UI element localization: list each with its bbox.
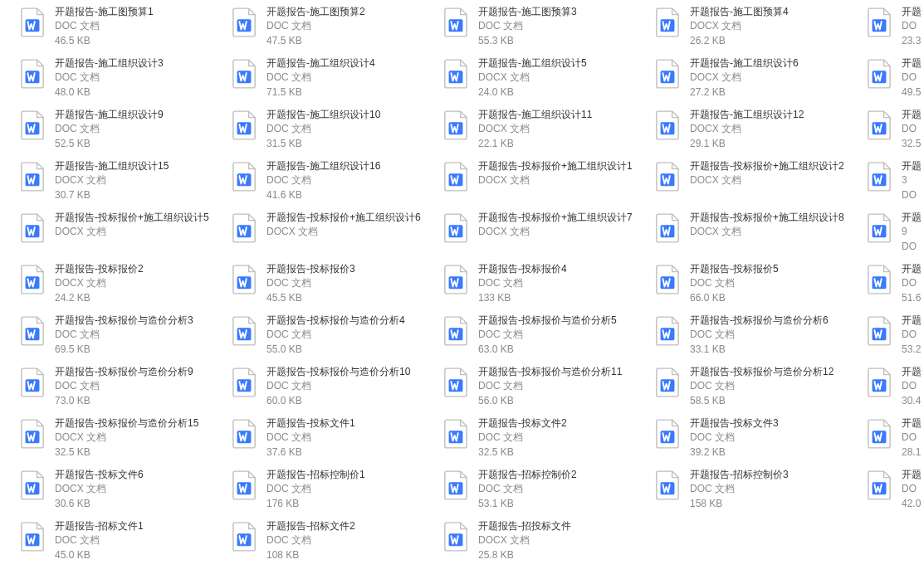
file-item[interactable]: 开题报告-施工图预算2DOC 文档47.5 KB (228, 3, 440, 55)
file-item[interactable]: 开题报告-投标文件3DOC 文档39.2 KB (652, 415, 863, 466)
file-meta: 开题报告-施工图预算2DOC 文档47.5 KB (260, 5, 440, 48)
file-name: 开题报告-招标文件2 (266, 519, 435, 533)
file-name: 开题报告-投标文件2 (478, 416, 647, 431)
file-meta: 开题9DO (895, 211, 924, 254)
file-item[interactable]: 开题报告-投标报价与造价分析12DOC 文档58.5 KB (652, 363, 863, 415)
word-doc-icon (17, 314, 48, 347)
file-item[interactable]: 开题报告-投标报价与造价分析5DOC 文档63.0 KB (440, 312, 652, 363)
word-doc-icon (228, 519, 260, 552)
word-doc-icon (228, 56, 260, 90)
file-size: 26.2 KB (690, 34, 858, 48)
file-type: DOC 文档 (690, 431, 858, 445)
file-item[interactable]: 开题报告-投标报价与造价分析4DOC 文档55.0 KB (228, 312, 440, 363)
file-item[interactable]: 开题报告-投标报价+施工组织设计2DOCX 文档 (652, 158, 863, 209)
file-size: 23.3 (902, 34, 924, 48)
file-item[interactable]: 开题报告-招投标文件DOCX 文档25.8 KB (440, 518, 652, 569)
file-item[interactable]: 开题9DO (863, 209, 924, 260)
file-item[interactable]: 开题报告-招标控制价1DOC 文档176 KB (228, 466, 440, 518)
file-item[interactable]: 开题报告-投标报价与造价分析9DOC 文档73.0 KB (17, 363, 228, 415)
file-item[interactable]: 开题报告-招标控制价2DOC 文档53.1 KB (440, 466, 652, 518)
file-item[interactable]: 开题DO23.3 (863, 3, 924, 55)
file-item[interactable]: 开题报告-施工组织设计15DOCX 文档30.7 KB (17, 158, 228, 209)
file-item[interactable]: 开题报告-招标文件1DOC 文档45.0 KB (17, 518, 228, 569)
file-item[interactable]: 开题报告-施工组织设计10DOC 文档31.5 KB (228, 106, 440, 158)
file-name: 开题报告-投标报价3 (266, 262, 435, 276)
file-item[interactable]: 开题报告-投标报价与造价分析10DOC 文档60.0 KB (228, 363, 440, 415)
word-doc-icon (863, 262, 895, 295)
file-item[interactable]: 开题报告-投标报价与造价分析3DOC 文档69.5 KB (17, 312, 228, 363)
file-name: 开题 (902, 416, 924, 431)
file-type: DOC 文档 (690, 379, 858, 393)
word-doc-icon (17, 416, 48, 450)
file-grid: 开题报告-施工图预算1DOC 文档46.5 KB开题报告-施工图预算2DOC 文… (0, 0, 924, 569)
file-type: DOC 文档 (478, 482, 647, 496)
file-size: 32.5 (902, 137, 924, 151)
file-type: DOC 文档 (55, 328, 223, 342)
file-meta: 开题DO30.4 (895, 365, 924, 408)
file-item[interactable]: 开题报告-施工组织设计4DOC 文档71.5 KB (228, 55, 440, 106)
file-meta: 开题3DO (895, 159, 924, 202)
file-item[interactable]: 开题报告-施工组织设计16DOC 文档41.6 KB (228, 158, 440, 209)
file-item[interactable]: 开题DO32.5 (863, 106, 924, 158)
word-doc-icon (863, 211, 895, 244)
file-name: 开题报告-投标报价+施工组织设计5 (55, 211, 223, 225)
file-item[interactable]: 开题报告-投标文件6DOCX 文档30.6 KB (17, 466, 228, 518)
file-item[interactable]: 开题报告-施工组织设计9DOC 文档52.5 KB (17, 106, 228, 158)
file-item[interactable]: 开题DO49.5 (863, 55, 924, 106)
file-item[interactable]: 开题DO51.6 (863, 260, 924, 312)
file-meta: 开题报告-投标报价+施工组织设计7DOCX 文档 (472, 211, 652, 240)
file-item[interactable]: 开题报告-投标报价+施工组织设计1DOCX 文档 (440, 158, 652, 209)
file-item[interactable]: 开题报告-施工组织设计11DOCX 文档22.1 KB (440, 106, 652, 158)
file-item[interactable]: 开题报告-投标文件1DOC 文档37.6 KB (228, 415, 440, 466)
file-item[interactable]: 开题报告-施工组织设计5DOCX 文档24.0 KB (440, 55, 652, 106)
word-doc-icon (17, 365, 48, 398)
file-type: DOC 文档 (478, 328, 647, 342)
file-item[interactable]: 开题报告-投标报价与造价分析11DOC 文档56.0 KB (440, 363, 652, 415)
word-doc-icon (652, 365, 683, 398)
file-item[interactable]: 开题报告-投标报价4DOC 文档133 KB (440, 260, 652, 312)
file-meta: 开题报告-投标报价+施工组织设计2DOCX 文档 (683, 159, 863, 188)
file-name: 开题报告-投标报价与造价分析15 (55, 416, 223, 431)
file-type: DO (902, 379, 924, 393)
file-item[interactable]: 开题报告-投标报价与造价分析15DOCX 文档32.5 KB (17, 415, 228, 466)
file-size: 63.0 KB (478, 343, 647, 357)
file-item[interactable]: 开题报告-施工图预算4DOCX 文档26.2 KB (652, 3, 863, 55)
file-item[interactable]: 开题报告-招标控制价3DOC 文档158 KB (652, 466, 863, 518)
file-item[interactable]: 开题报告-投标报价与造价分析6DOC 文档33.1 KB (652, 312, 863, 363)
word-doc-icon (863, 365, 895, 398)
word-doc-icon (17, 159, 48, 192)
file-item[interactable]: 开题报告-投标文件2DOC 文档32.5 KB (440, 415, 652, 466)
file-meta: 开题报告-投标报价与造价分析15DOCX 文档32.5 KB (48, 416, 228, 460)
file-size: 69.5 KB (55, 343, 223, 357)
file-item[interactable]: 开题报告-投标报价3DOC 文档45.5 KB (228, 260, 440, 312)
file-name: 开题报告-投标报价+施工组织设计8 (690, 211, 858, 225)
file-name: 开题报告-投标文件6 (55, 468, 223, 482)
file-item[interactable]: 开题报告-施工图预算1DOC 文档46.5 KB (17, 3, 228, 55)
file-name: 开题 (902, 108, 924, 122)
file-item[interactable]: 开题DO42.0 (863, 466, 924, 518)
file-item[interactable]: 开题报告-投标报价+施工组织设计8DOCX 文档 (652, 209, 863, 260)
file-name: 开题 (902, 56, 924, 71)
file-type: DOC 文档 (266, 71, 435, 85)
file-item[interactable]: 开题DO53.2 (863, 312, 924, 363)
file-item[interactable]: 开题报告-招标文件2DOC 文档108 KB (228, 518, 440, 569)
file-item[interactable]: 开题DO30.4 (863, 363, 924, 415)
file-size: 27.2 KB (690, 85, 858, 100)
file-item[interactable]: 开题报告-投标报价+施工组织设计6DOCX 文档 (228, 209, 440, 260)
file-type: DOCX 文档 (690, 225, 858, 239)
word-doc-icon (652, 416, 683, 450)
file-meta: 开题DO23.3 (895, 5, 924, 48)
file-item[interactable]: 开题报告-施工组织设计12DOCX 文档29.1 KB (652, 106, 863, 158)
file-item[interactable]: 开题报告-施工图预算3DOC 文档55.3 KB (440, 3, 652, 55)
file-type: DOCX 文档 (690, 71, 858, 85)
file-item[interactable]: 开题报告-施工组织设计3DOC 文档48.0 KB (17, 55, 228, 106)
file-item[interactable]: 开题报告-投标报价+施工组织设计5DOCX 文档 (17, 209, 228, 260)
file-item[interactable]: 开题DO28.1 (863, 415, 924, 466)
file-item[interactable]: 开题报告-施工组织设计6DOCX 文档27.2 KB (652, 55, 863, 106)
file-item[interactable]: 开题报告-投标报价5DOC 文档66.0 KB (652, 260, 863, 312)
file-item[interactable]: 开题报告-投标报价+施工组织设计7DOCX 文档 (440, 209, 652, 260)
file-size: 53.2 (902, 343, 924, 357)
file-meta: 开题报告-施工图预算3DOC 文档55.3 KB (472, 5, 652, 48)
file-item[interactable]: 开题报告-投标报价2DOCX 文档24.2 KB (17, 260, 228, 312)
file-item[interactable]: 开题3DO (863, 158, 924, 209)
